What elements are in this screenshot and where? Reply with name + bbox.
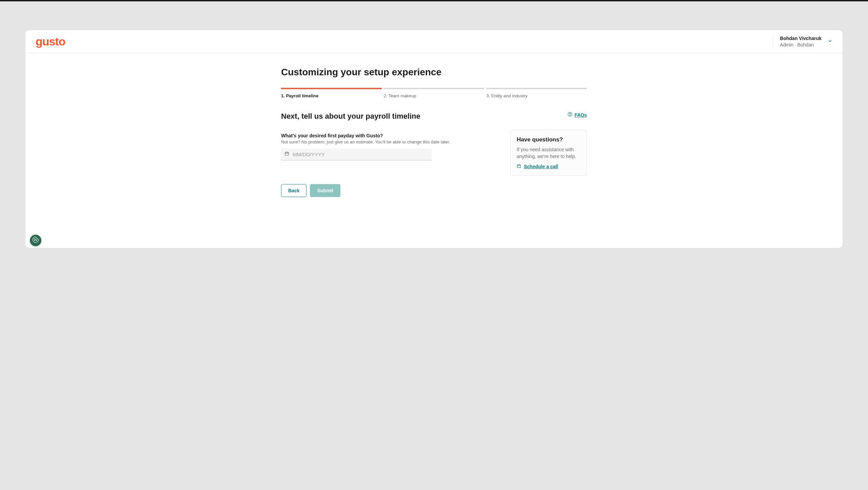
help-text: If you need assistance with anything, we…	[517, 146, 580, 160]
left-column: Next, tell us about your payroll timelin…	[281, 112, 497, 197]
submit-button[interactable]: Submit	[310, 184, 340, 197]
step-bar	[486, 88, 587, 89]
main-content: Customizing your setup experience 1. Pay…	[281, 53, 587, 211]
svg-rect-0	[285, 152, 289, 155]
header: gusto Bohdan Vivcharuk Admin · Bohdan	[25, 30, 843, 53]
help-title: Have questions?	[517, 136, 580, 143]
svg-point-12	[36, 240, 37, 241]
svg-point-11	[35, 240, 35, 241]
schedule-call-label: Schedule a call	[524, 164, 558, 169]
field-label: What's your desired first payday with Gu…	[281, 133, 497, 138]
right-column: FAQs Have questions? If you need assista…	[510, 112, 587, 176]
step-team-makeup: 2. Team makeup	[384, 88, 485, 98]
step-label: 3. Entity and industry	[486, 93, 587, 98]
calendar-icon	[517, 164, 521, 169]
account-text: Bohdan Vivcharuk Admin · Bohdan	[780, 35, 822, 48]
cookie-settings-button[interactable]	[30, 235, 41, 246]
svg-point-13	[35, 239, 36, 240]
step-bar	[281, 88, 382, 89]
help-panel: Have questions? If you need assistance w…	[510, 130, 587, 176]
back-button[interactable]: Back	[281, 184, 307, 197]
account-role: Admin · Bohdan	[780, 42, 822, 48]
payday-date-field[interactable]	[293, 152, 428, 157]
field-hint: Not sure? No problem, just give us an es…	[281, 139, 497, 144]
date-input-wrapper[interactable]	[281, 149, 432, 160]
step-bar	[384, 88, 485, 89]
logo: gusto	[36, 35, 65, 48]
actions: Back Submit	[281, 184, 497, 197]
svg-point-10	[34, 239, 35, 239]
step-payroll-timeline: 1. Payroll timeline	[281, 88, 382, 98]
page-title: Customizing your setup experience	[281, 67, 587, 78]
schedule-call-link[interactable]: Schedule a call	[517, 164, 580, 169]
app-card: gusto Bohdan Vivcharuk Admin · Bohdan Cu…	[25, 30, 843, 248]
step-label: 2. Team makeup	[384, 93, 485, 98]
calendar-icon	[284, 151, 289, 157]
progress-steps: 1. Payroll timeline 2. Team makeup 3. En…	[281, 88, 587, 98]
step-label: 1. Payroll timeline	[281, 93, 382, 98]
faqs-link[interactable]: FAQs	[510, 112, 587, 118]
chevron-down-icon	[828, 39, 832, 45]
help-circle-icon	[568, 112, 572, 118]
step-entity-industry: 3. Entity and industry	[486, 88, 587, 98]
svg-point-5	[570, 115, 570, 115]
account-name: Bohdan Vivcharuk	[780, 35, 822, 42]
svg-rect-6	[517, 165, 521, 168]
subtitle: Next, tell us about your payroll timelin…	[281, 112, 497, 121]
content-row: Next, tell us about your payroll timelin…	[281, 112, 587, 197]
account-menu[interactable]: Bohdan Vivcharuk Admin · Bohdan	[773, 35, 832, 48]
cookie-icon	[32, 236, 39, 244]
faqs-label: FAQs	[574, 112, 587, 118]
